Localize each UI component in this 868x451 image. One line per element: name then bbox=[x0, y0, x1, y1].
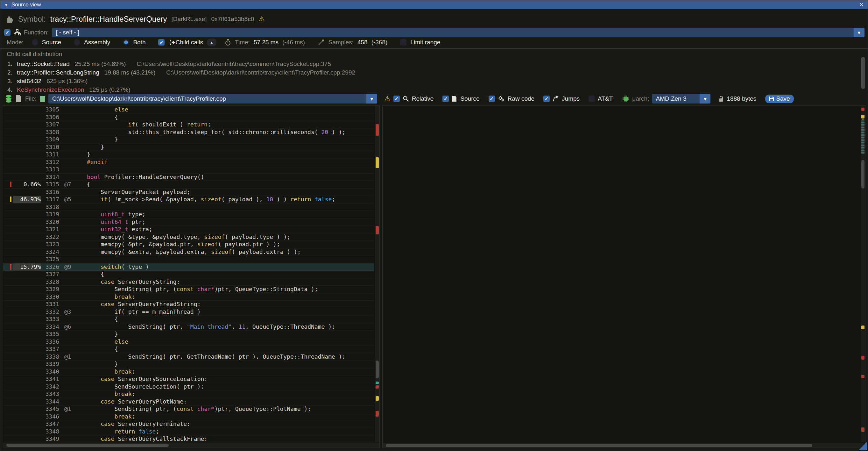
source-line[interactable]: 3321uint32_t extra; bbox=[3, 226, 374, 234]
hierarchy-icon bbox=[14, 29, 21, 36]
source-line[interactable]: 3336else bbox=[3, 338, 374, 346]
assembly-pane[interactable] bbox=[382, 106, 865, 448]
source-line[interactable]: 3337{ bbox=[3, 345, 374, 353]
line-code: { bbox=[87, 345, 118, 353]
child-call-item[interactable]: 3. stat64i32 625 μs (1.36%) bbox=[7, 77, 861, 85]
source-line[interactable]: 3328case ServerQueryString: bbox=[3, 278, 374, 286]
source-line[interactable]: 3312#endif bbox=[3, 159, 374, 166]
title-bar[interactable]: ▼ Source view ✕ bbox=[0, 0, 868, 9]
source-line[interactable]: 3330break; bbox=[3, 293, 374, 301]
att-checkbox[interactable] bbox=[589, 95, 595, 102]
source-line[interactable]: 3347case ServerQueryTerminate: bbox=[3, 420, 374, 428]
collapse-icon[interactable]: ▼ bbox=[4, 3, 8, 7]
source-line[interactable]: 3320uint64_t ptr; bbox=[3, 218, 374, 226]
source-line[interactable]: 3334@6SendString( ptr, "Main thread", 11… bbox=[3, 323, 374, 331]
source-line[interactable]: 3335} bbox=[3, 331, 374, 338]
line-code: break; bbox=[87, 390, 135, 398]
source-line[interactable]: 3329SendString( ptr, (const char*)ptr, Q… bbox=[3, 286, 374, 293]
source-line[interactable]: 3319uint8_t type; bbox=[3, 211, 374, 218]
source-line[interactable]: 3343break; bbox=[3, 390, 374, 398]
source-line[interactable]: 3306{ bbox=[3, 114, 374, 121]
scrollbar-thumb[interactable] bbox=[861, 119, 865, 154]
source-line[interactable]: 3349case ServerQueryCallstackFrame: bbox=[3, 435, 374, 443]
source-line[interactable]: 3314bool Profiler::HandleServerQuery() bbox=[3, 174, 374, 181]
source-line[interactable]: 3316ServerQueryPacket payload; bbox=[3, 188, 374, 196]
chevron-down-icon[interactable]: ▼ bbox=[700, 94, 710, 103]
source-checkbox[interactable] bbox=[442, 95, 449, 102]
march-select[interactable]: AMD Zen 3 ▼ bbox=[652, 94, 710, 103]
source-line[interactable]: 3311} bbox=[3, 151, 374, 159]
source-line[interactable]: 3345@1SendString( ptr, (const char*)ptr,… bbox=[3, 405, 374, 413]
parent-nav-button[interactable] bbox=[207, 38, 216, 46]
source-line[interactable]: 3332@3if( ptr == m_mainThread ) bbox=[3, 308, 374, 316]
source-line[interactable]: 3327{ bbox=[3, 271, 374, 278]
line-code: case ServerQueryThreadString: bbox=[87, 301, 200, 308]
jumps-checkbox[interactable] bbox=[543, 95, 550, 102]
child-call-item[interactable]: 2. tracy::Profiler::SendLongString 19.88… bbox=[7, 68, 861, 77]
line-code: break; bbox=[87, 368, 135, 375]
source-line[interactable]: 3333{ bbox=[3, 315, 374, 323]
source-line[interactable]: 3348return false; bbox=[3, 428, 374, 436]
file-select[interactable]: C:\Users\wolf\Desktop\darkrl\contrib\tra… bbox=[49, 94, 377, 103]
relative-checkbox[interactable] bbox=[394, 95, 400, 102]
source-vscrollbar[interactable] bbox=[375, 106, 379, 442]
source-line[interactable]: 3323memcpy( &ptr, &payload.ptr, sizeof( … bbox=[3, 241, 374, 248]
source-line[interactable]: 3331case ServerQueryThreadString: bbox=[3, 301, 374, 308]
line-number: 3331 bbox=[41, 301, 59, 308]
source-line[interactable]: 3340break; bbox=[3, 368, 374, 376]
source-line[interactable]: 3324memcpy( &extra, &payload.extra, size… bbox=[3, 248, 374, 256]
asm-vscrollbar[interactable] bbox=[861, 106, 865, 442]
source-line[interactable]: 3338@1SendString( ptr, GetThreadName( pt… bbox=[3, 353, 374, 361]
asm-options-bar: ⚠ Relative Source Raw code Jumps AT&T μa… bbox=[382, 93, 865, 104]
function-checkbox[interactable] bbox=[4, 29, 10, 36]
function-select[interactable]: [ - self - ] ▼ bbox=[52, 28, 865, 37]
save-button[interactable]: Save bbox=[765, 95, 794, 103]
source-line[interactable]: 3318 bbox=[3, 204, 374, 211]
asm-hscrollbar[interactable] bbox=[382, 443, 865, 448]
source-code: 3305else3306{3307if( shouldExit ) return… bbox=[3, 106, 374, 448]
child-call-header: Child call distribution bbox=[7, 51, 62, 58]
chevron-down-icon[interactable]: ▼ bbox=[366, 94, 377, 103]
source-line[interactable]: 3305else bbox=[3, 106, 374, 114]
source-pane[interactable]: 3305else3306{3307if( shouldExit ) return… bbox=[3, 106, 380, 448]
radio-source[interactable] bbox=[32, 39, 38, 46]
source-line[interactable]: 46.93%3317@5if( !m_sock->Read( &payload,… bbox=[3, 196, 374, 204]
source-line[interactable]: 3344case ServerQueryPlotName: bbox=[3, 398, 374, 406]
scrollbar-thumb[interactable] bbox=[376, 361, 379, 379]
source-line[interactable]: 3313 bbox=[3, 166, 374, 174]
source-line[interactable]: 3339} bbox=[3, 361, 374, 368]
source-line[interactable]: 15.79%3326@9switch( type ) bbox=[3, 263, 374, 271]
source-line[interactable]: 3325 bbox=[3, 256, 374, 263]
child-call-item[interactable]: 1. tracy::Socket::Read 25.25 ms (54.89%)… bbox=[7, 60, 861, 68]
line-number: 3333 bbox=[41, 315, 59, 323]
line-number: 3345 bbox=[41, 405, 59, 413]
line-code: SendString( ptr, (const char*)ptr, Queue… bbox=[87, 286, 318, 293]
child-calls-checkbox[interactable] bbox=[158, 39, 164, 46]
source-line[interactable]: 3308std::this_thread::sleep_for( std::ch… bbox=[3, 129, 374, 136]
raw-code-checkbox[interactable] bbox=[489, 95, 495, 102]
child-call-item[interactable]: 4. KeSynchronizeExecution 125 μs (0.27%) bbox=[7, 85, 861, 93]
source-line[interactable]: 3310} bbox=[3, 144, 374, 151]
close-icon[interactable]: ✕ bbox=[859, 1, 864, 8]
limit-range-checkbox[interactable] bbox=[400, 39, 406, 46]
warning-icon[interactable]: ⚠ bbox=[258, 15, 265, 23]
source-line[interactable]: 0.66%3315@7{ bbox=[3, 181, 374, 188]
source-hscrollbar[interactable] bbox=[3, 443, 379, 448]
source-line[interactable]: 3307if( shouldExit ) return; bbox=[3, 121, 374, 129]
window-scrollbar-thumb[interactable] bbox=[861, 57, 865, 89]
symbol-name: tracy::Profiler::HandleServerQuery bbox=[50, 14, 167, 24]
scrollbar-thumb[interactable] bbox=[6, 444, 169, 447]
source-line[interactable]: 3346break; bbox=[3, 413, 374, 421]
scrollbar-thumb[interactable] bbox=[386, 444, 812, 447]
radio-assembly[interactable] bbox=[74, 39, 80, 46]
scrollbar-thumb[interactable] bbox=[861, 160, 865, 188]
radio-both[interactable] bbox=[123, 39, 129, 46]
source-line[interactable]: 3341case ServerQuerySourceLocation: bbox=[3, 375, 374, 383]
resize-grip[interactable] bbox=[859, 442, 867, 450]
chevron-down-icon[interactable]: ▼ bbox=[854, 28, 865, 37]
line-code: else bbox=[87, 106, 128, 113]
source-line[interactable]: 3342SendSourceLocation( ptr ); bbox=[3, 383, 374, 391]
source-line[interactable]: 3309} bbox=[3, 136, 374, 144]
source-line[interactable]: 3322memcpy( &type, &payload.type, sizeof… bbox=[3, 234, 374, 241]
warning-icon[interactable]: ⚠ bbox=[384, 95, 391, 103]
